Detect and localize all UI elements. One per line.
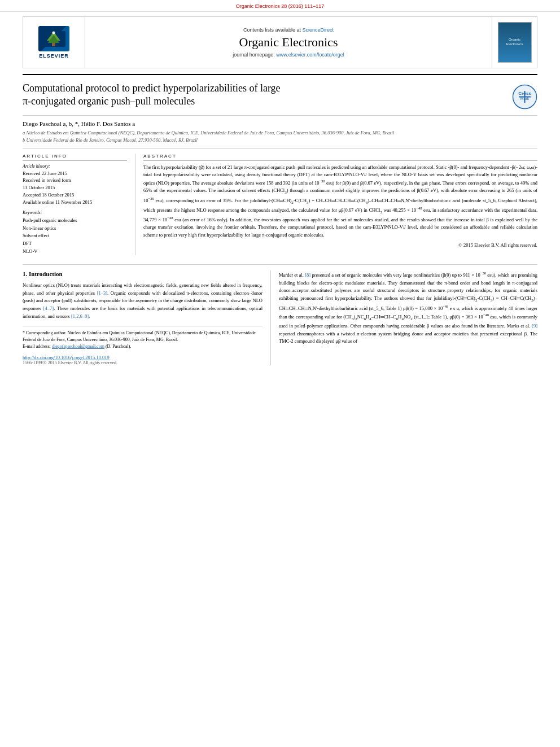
journal-header: ELSEVIER Contents lists available at Sci… <box>23 16 537 68</box>
received-revised-date: 13 October 2015 <box>23 184 127 191</box>
contents-available-line: Contents lists available at ScienceDirec… <box>243 27 334 33</box>
body-two-col: 1. Introduction Nonlinear optics (NLO) t… <box>23 270 537 365</box>
journal-info-center: Contents lists available at ScienceDirec… <box>85 17 492 68</box>
footnote-star-text: * Corresponding author. Núcleo de Estudo… <box>23 330 262 343</box>
ref-8[interactable]: [8] <box>305 272 310 278</box>
keyword-5: NLO-V <box>23 248 127 256</box>
section-1-title: 1. Introduction <box>23 270 262 277</box>
body-left-column: 1. Introduction Nonlinear optics (NLO) t… <box>23 270 271 365</box>
svg-point-4 <box>53 31 55 34</box>
keyword-4: DFT <box>23 240 127 248</box>
journal-title: Organic Electronics <box>239 35 338 50</box>
article-affiliations: a Núcleo de Estudos em Química Computaci… <box>23 129 537 149</box>
ref-1-2-6-8[interactable]: [1,2,6–8] <box>71 313 89 319</box>
footnote-area: * Corresponding author. Núcleo de Estudo… <box>23 326 262 350</box>
affiliation-b: b Universidade Federal do Rio de Janeiro… <box>23 137 537 144</box>
abstract-column: ABSTRACT The first hyperpolarizability (… <box>135 154 537 256</box>
science-direct-link[interactable]: ScienceDirect <box>303 27 334 33</box>
elsevier-name-text: ELSEVIER <box>39 53 69 59</box>
homepage-link[interactable]: www.elsevier.com/locate/orgel <box>276 52 344 58</box>
journal-citation-text: Organic Electronics 28 (2016) 111–117 <box>236 3 325 9</box>
body-right-column: Marder et al. [8] presented a set of org… <box>271 270 537 365</box>
journal-cover-image: OrganicElectronics <box>498 22 532 63</box>
body-paragraph-1: Nonlinear optics (NLO) treats materials … <box>23 282 262 320</box>
article-info-column: ARTICLE INFO Article history: Received 2… <box>23 154 135 256</box>
article-history: Article history: Received 22 June 2015 R… <box>23 164 127 206</box>
journal-cover-area: OrganicElectronics <box>492 17 537 68</box>
article-authors: Diego Paschoal a, b, *, Hélio F. Dos San… <box>23 116 537 129</box>
affiliation-a: a Núcleo de Estudos em Química Computaci… <box>23 129 537 137</box>
article-info-heading: ARTICLE INFO <box>23 154 127 160</box>
abstract-copyright: © 2015 Elsevier B.V. All rights reserved… <box>143 242 537 248</box>
footer-links: http://dx.doi.org/10.1016/j.orgel.2015.1… <box>23 355 262 365</box>
article-title-text-group: Computational protocol to predict hyperp… <box>23 82 281 108</box>
elsevier-logo: ELSEVIER <box>38 26 69 59</box>
elsevier-logo-icon <box>38 26 69 51</box>
footnote-email-line: E-mail address: diegofspaschoal@gmail.co… <box>23 343 262 350</box>
keyword-3: Solvent effect <box>23 232 127 240</box>
keywords-section: Keywords: Push-pull organic molecules No… <box>23 210 127 255</box>
crossmark-badge: Cross Mark <box>512 84 537 110</box>
history-label: Article history: <box>23 164 127 169</box>
ref-1-3[interactable]: [1–3] <box>97 290 107 296</box>
keyword-2: Non-linear optics <box>23 225 127 233</box>
article-title-area: Computational protocol to predict hyperp… <box>23 74 537 116</box>
homepage-line: journal homepage: www.elsevier.com/locat… <box>233 52 344 58</box>
journal-cover-text: OrganicElectronics <box>506 38 523 47</box>
ref-4-7[interactable]: [4–7] <box>43 305 54 311</box>
ref-9[interactable]: [9] <box>532 323 537 329</box>
email-label: E-mail address: <box>23 344 51 349</box>
svg-rect-3 <box>52 43 55 46</box>
doi-link[interactable]: http://dx.doi.org/10.1016/j.orgel.2015.1… <box>23 355 262 360</box>
available-online-date: Available online 11 November 2015 <box>23 199 127 206</box>
article-title: Computational protocol to predict hyperp… <box>23 82 281 108</box>
received-revised-label: Received in revised form <box>23 177 127 184</box>
abstract-text: The first hyperpolarizability (β) for a … <box>143 164 537 239</box>
issn-text: 1566-1199/© 2015 Elsevier B.V. All right… <box>23 360 262 365</box>
accepted-date: Accepted 18 October 2015 <box>23 191 127 199</box>
keyword-1: Push-pull organic molecules <box>23 217 127 225</box>
footnote-email-link[interactable]: diegofspaschoal@gmail.com <box>52 344 104 349</box>
publisher-logo-area: ELSEVIER <box>23 17 85 68</box>
received-date: Received 22 June 2015 <box>23 170 127 177</box>
footnote-email-note: (D. Paschoal). <box>106 344 132 349</box>
keywords-label: Keywords: <box>23 210 127 215</box>
elsevier-tree-svg <box>41 28 67 50</box>
body-content: 1. Introduction Nonlinear optics (NLO) t… <box>23 264 537 365</box>
abstract-heading: ABSTRACT <box>143 154 537 160</box>
body-paragraph-2: Marder et al. [8] presented a set of org… <box>279 270 537 346</box>
journal-citation-bar: Organic Electronics 28 (2016) 111–117 <box>0 0 560 12</box>
article-content: Computational protocol to predict hyperp… <box>23 74 537 365</box>
article-info-abstract-columns: ARTICLE INFO Article history: Received 2… <box>23 154 537 256</box>
